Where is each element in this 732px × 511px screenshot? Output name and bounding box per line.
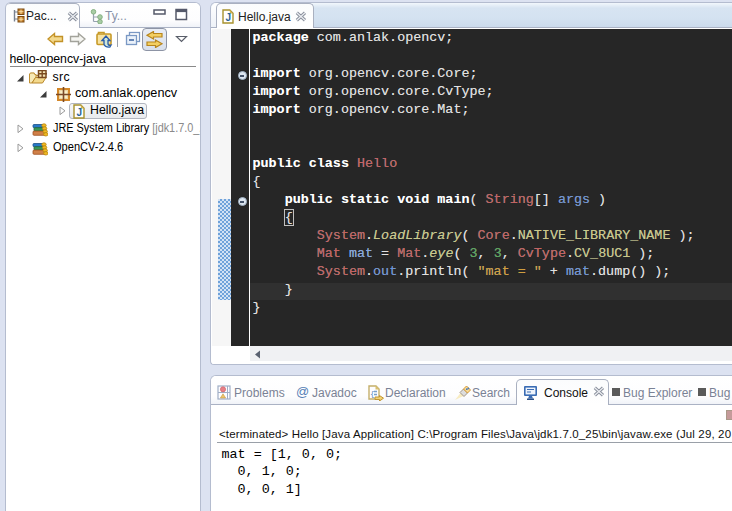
svg-text:{: { — [370, 389, 375, 398]
svg-text:J: J — [76, 106, 82, 117]
svg-text:J: J — [225, 12, 231, 23]
